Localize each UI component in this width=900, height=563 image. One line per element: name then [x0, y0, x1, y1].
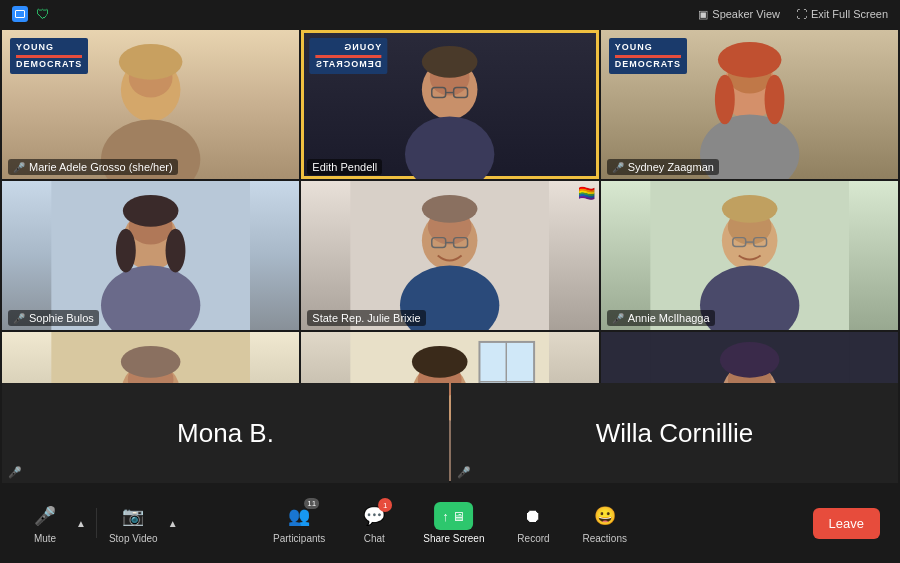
svg-point-60	[720, 342, 780, 378]
video-cell-edith: YOUNG DEMOCRATS Edith Pendell	[301, 30, 598, 179]
reactions-button[interactable]: 😀 Reactions	[578, 498, 630, 548]
svg-point-5	[405, 116, 494, 179]
svg-point-22	[116, 229, 136, 273]
participant-name-sydney: 🎤 Sydney Zaagman	[607, 159, 719, 175]
participant-face-sydney	[601, 30, 898, 179]
audio-only-name-mona: Mona B.	[177, 418, 274, 449]
svg-point-28	[422, 195, 478, 223]
video-caret[interactable]: ▲	[166, 518, 180, 529]
participant-name-marie: 🎤 Marie Adele Grosso (she/her)	[8, 159, 178, 175]
record-label: Record	[517, 533, 549, 544]
svg-point-14	[718, 42, 782, 78]
svg-point-3	[119, 44, 183, 80]
reactions-label: Reactions	[582, 533, 626, 544]
video-cell-marie: YOUNG DEMOCRATS 🎤 Marie Adele Grosso (sh…	[2, 30, 299, 179]
stop-video-button[interactable]: 📷 Stop Video	[105, 498, 162, 548]
mic-icon: 🎤	[31, 502, 59, 530]
participants-count: 11	[304, 498, 319, 509]
toolbar-left: 🎤 Mute ▲ 📷 Stop Video ▲	[20, 498, 180, 548]
share-screen-label: Share Screen	[423, 533, 484, 544]
participant-face-annie	[601, 181, 898, 330]
mic-icon-mona: 🎤	[8, 466, 22, 479]
video-cell-julie: 🏳️‍🌈 State Rep. Julie Brixie	[301, 181, 598, 330]
top-bar-right: ▣ Speaker View ⛶ Exit Full Screen	[698, 8, 888, 21]
toolbar-center: 👥 11 Participants 💬 1 Chat ↑ 🖥 Share Scr…	[269, 498, 631, 548]
participant-name-sophie: 🎤 Sophie Bulos	[8, 310, 99, 326]
mute-label: Mute	[34, 533, 56, 544]
participant-name-edith: Edith Pendell	[307, 159, 382, 175]
svg-point-16	[764, 75, 784, 125]
reactions-icon: 😀	[591, 502, 619, 530]
record-button[interactable]: ⏺ Record	[508, 498, 558, 548]
video-cell-annie: 🎤 Annie McIlhagga	[601, 181, 898, 330]
top-bar-left: 🛡	[12, 6, 50, 22]
chat-badge: 1	[378, 498, 392, 512]
svg-point-21	[123, 195, 179, 227]
participant-face-julie	[301, 181, 598, 330]
stop-video-label: Stop Video	[109, 533, 158, 544]
chat-label: Chat	[364, 533, 385, 544]
leave-button[interactable]: Leave	[813, 508, 880, 539]
svg-point-15	[715, 75, 735, 125]
participant-name-julie: State Rep. Julie Brixie	[307, 310, 425, 326]
svg-point-36	[722, 195, 778, 223]
video-cell-sophie: 🎤 Sophie Bulos	[2, 181, 299, 330]
chat-button[interactable]: 💬 1 Chat	[349, 498, 399, 548]
exit-fullscreen-label: Exit Full Screen	[811, 8, 888, 20]
share-screen-button[interactable]: ↑ 🖥 Share Screen	[419, 498, 488, 548]
toolbar-divider-1	[96, 508, 97, 538]
participants-label: Participants	[273, 533, 325, 544]
toolbar-right: Leave	[813, 508, 880, 539]
participants-icon: 👥 11	[285, 502, 313, 530]
svg-point-23	[166, 229, 186, 273]
security-icon: 🛡	[36, 6, 50, 22]
svg-point-7	[422, 46, 478, 78]
camera-icon: 📷	[119, 502, 147, 530]
mute-button[interactable]: 🎤 Mute	[20, 498, 70, 548]
audio-only-row: Mona B. 🎤 Willa Cornillie 🎤	[2, 383, 898, 483]
exit-fullscreen-icon: ⛶	[796, 8, 807, 20]
participant-face-edith	[301, 30, 598, 179]
audio-only-mona: Mona B. 🎤	[2, 383, 449, 483]
share-screen-icon: ↑ 🖥	[434, 502, 473, 530]
audio-only-name-willa: Willa Cornillie	[596, 418, 753, 449]
audio-only-willa: Willa Cornillie 🎤	[451, 383, 898, 483]
record-icon: ⏺	[519, 502, 547, 530]
speaker-view-button[interactable]: ▣ Speaker View	[698, 8, 780, 21]
mic-muted-icon-sophie: 🎤	[13, 313, 25, 324]
participant-name-annie: 🎤 Annie McIlhagga	[607, 310, 715, 326]
participant-face-sophie	[2, 181, 299, 330]
participants-button[interactable]: 👥 11 Participants	[269, 498, 329, 548]
svg-point-55	[412, 346, 468, 378]
top-bar: 🛡 ▣ Speaker View ⛶ Exit Full Screen	[0, 0, 900, 28]
svg-point-44	[121, 346, 181, 378]
speaker-view-icon: ▣	[698, 8, 708, 21]
speaker-view-label: Speaker View	[712, 8, 780, 20]
mic-icon-willa: 🎤	[457, 466, 471, 479]
participant-face-marie	[2, 30, 299, 179]
toolbar: 🎤 Mute ▲ 📷 Stop Video ▲ 👥 11 Participant…	[0, 483, 900, 563]
zoom-icon	[12, 6, 28, 22]
chat-icon: 💬 1	[360, 502, 388, 530]
exit-fullscreen-button[interactable]: ⛶ Exit Full Screen	[796, 8, 888, 20]
mic-muted-icon-sydney: 🎤	[612, 162, 624, 173]
mic-muted-icon-marie: 🎤	[13, 162, 25, 173]
video-cell-sydney: YOUNG DEMOCRATS 🎤 Sydney Zaagman	[601, 30, 898, 179]
mic-muted-icon-annie: 🎤	[612, 313, 624, 324]
mute-caret[interactable]: ▲	[74, 518, 88, 529]
